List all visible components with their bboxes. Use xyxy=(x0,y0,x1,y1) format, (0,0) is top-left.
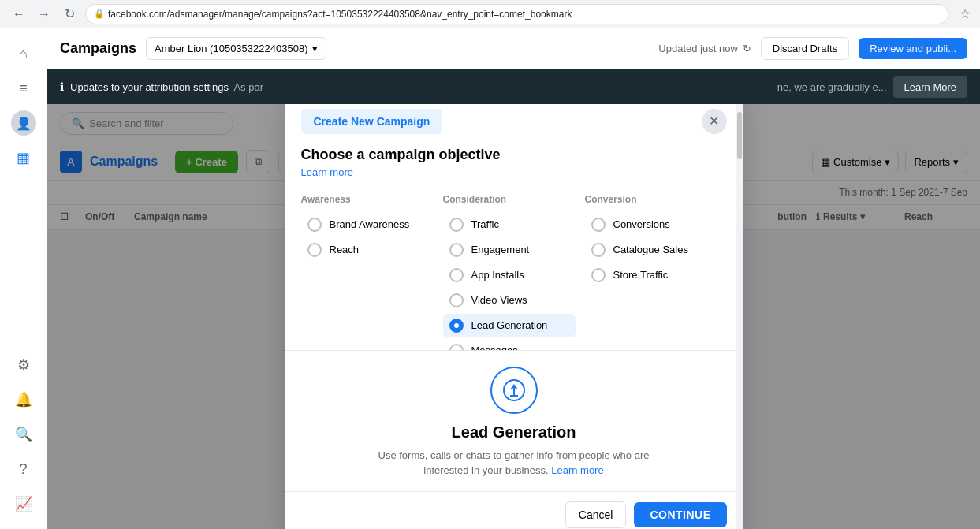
option-app-installs[interactable]: App Installs xyxy=(443,263,576,287)
label-reach: Reach xyxy=(330,244,360,255)
modal-footer: Cancel CONTINUE xyxy=(285,491,743,530)
option-video-views[interactable]: Video Views xyxy=(443,289,576,312)
account-name: Amber Lion (1050353222403508) xyxy=(155,43,307,54)
label-engagement: Engagement xyxy=(471,244,530,255)
conversion-title: Conversion xyxy=(585,194,717,205)
detail-title: Lead Generation xyxy=(301,423,727,441)
option-conversions[interactable]: Conversions xyxy=(585,213,717,237)
option-messages[interactable]: Messages xyxy=(443,339,576,350)
url-text: facebook.com/adsmanager/manage/campaigns… xyxy=(108,9,572,20)
radio-conversions[interactable] xyxy=(591,218,606,232)
discard-drafts-button[interactable]: Discard Drafts xyxy=(761,37,849,60)
option-reach[interactable]: Reach xyxy=(301,238,434,262)
option-store-traffic[interactable]: Store Traffic xyxy=(585,263,717,287)
consideration-title: Consideration xyxy=(443,194,576,205)
label-video-views: Video Views xyxy=(471,294,527,306)
bookmark-icon[interactable]: ☆ xyxy=(960,6,971,21)
radio-video-views[interactable] xyxy=(449,293,464,307)
radio-traffic[interactable] xyxy=(449,218,464,232)
label-conversions: Conversions xyxy=(613,218,670,230)
address-bar[interactable]: 🔒 facebook.com/adsmanager/manage/campaig… xyxy=(85,4,948,24)
awareness-column: Awareness Brand Awareness Reach xyxy=(301,194,443,350)
modal-title-button[interactable]: Create New Campaign xyxy=(301,109,443,134)
detail-learn-more-link[interactable]: Learn more xyxy=(551,464,603,476)
notification-text: Updates to your attribution settings As … xyxy=(70,81,771,93)
option-brand-awareness[interactable]: Brand Awareness xyxy=(301,213,434,237)
lead-gen-icon xyxy=(490,367,538,414)
notification-continuation: ne, we are gradually e... xyxy=(777,81,887,93)
campaign-objective-modal: Create New Campaign ✕ Choose a campaign … xyxy=(285,104,743,529)
radio-catalogue-sales[interactable] xyxy=(591,243,606,257)
label-app-installs: App Installs xyxy=(471,269,524,281)
info-icon: ℹ xyxy=(60,80,64,93)
awareness-title: Awareness xyxy=(301,194,434,205)
sidebar-home-icon[interactable]: ⌂ xyxy=(8,38,39,69)
radio-engagement[interactable] xyxy=(449,243,464,257)
option-catalogue-sales[interactable]: Catalogue Sales xyxy=(585,238,717,262)
notification-bar: ℹ Updates to your attribution settings A… xyxy=(47,69,980,104)
label-store-traffic: Store Traffic xyxy=(613,269,669,281)
sidebar-bell-icon[interactable]: 🔔 xyxy=(8,384,39,415)
label-brand-awareness: Brand Awareness xyxy=(330,218,410,230)
account-selector[interactable]: Amber Lion (1050353222403508) ▾ xyxy=(146,37,326,60)
close-icon: ✕ xyxy=(709,114,719,129)
cancel-button[interactable]: Cancel xyxy=(565,501,627,528)
refresh-icon[interactable]: ↻ xyxy=(743,43,751,54)
label-lead-generation: Lead Generation xyxy=(471,319,548,331)
selected-detail: Lead Generation Use forms, calls or chat… xyxy=(285,350,743,491)
sidebar-chart-icon[interactable]: 📈 xyxy=(8,488,39,520)
top-bar: Campaigns Amber Lion (1050353222403508) … xyxy=(47,28,980,69)
objectives-grid: Awareness Brand Awareness Reach xyxy=(301,194,727,350)
app-layout: ⌂ ≡ 👤 ▦ ⚙ 🔔 🔍 ? 📈 Campaigns Amber Lion (… xyxy=(0,28,980,529)
detail-description: Use forms, calls or chats to gather info… xyxy=(301,448,727,479)
sidebar-search-icon[interactable]: 🔍 xyxy=(8,419,39,450)
sidebar-bottom: ⚙ 🔔 🔍 ? 📈 xyxy=(8,349,39,520)
sidebar-help-icon[interactable]: ? xyxy=(8,453,39,485)
radio-app-installs[interactable] xyxy=(449,268,464,282)
radio-lead-generation[interactable] xyxy=(449,319,464,333)
option-engagement[interactable]: Engagement xyxy=(443,238,576,262)
modal-header: Create New Campaign ✕ xyxy=(285,104,743,134)
label-traffic: Traffic xyxy=(471,218,499,230)
modal-scrollbar xyxy=(736,104,743,529)
chevron-down-icon: ▾ xyxy=(312,43,318,54)
label-catalogue-sales: Catalogue Sales xyxy=(613,244,688,255)
sidebar-ads-icon[interactable]: ▦ xyxy=(8,142,39,173)
radio-store-traffic[interactable] xyxy=(591,268,606,282)
content-area: 🔍 Search and filter A Campaigns + Create… xyxy=(47,104,980,529)
radio-messages[interactable] xyxy=(449,344,464,350)
lock-icon: 🔒 xyxy=(94,9,105,19)
modal-scroll-area: Awareness Brand Awareness Reach xyxy=(285,188,743,350)
consideration-column: Consideration Traffic Engagement xyxy=(443,194,585,350)
modal-close-button[interactable]: ✕ xyxy=(702,109,727,134)
main-content: Campaigns Amber Lion (1050353222403508) … xyxy=(47,28,980,529)
modal-subtitle: Choose a campaign objective xyxy=(285,134,743,166)
forward-button[interactable]: → xyxy=(35,5,54,24)
radio-brand-awareness[interactable] xyxy=(307,218,322,232)
sidebar-menu-icon[interactable]: ≡ xyxy=(8,73,39,104)
updated-text: Updated just now ↻ xyxy=(658,43,751,54)
option-traffic[interactable]: Traffic xyxy=(443,213,576,237)
updated-label: Updated just now xyxy=(658,43,737,54)
learn-more-button[interactable]: Learn More xyxy=(893,76,967,98)
conversion-column: Conversion Conversions Catalogue Sales xyxy=(585,194,727,350)
avatar[interactable]: 👤 xyxy=(11,110,36,136)
sidebar: ⌂ ≡ 👤 ▦ ⚙ 🔔 🔍 ? 📈 xyxy=(0,28,47,529)
modal-overlay[interactable]: Create New Campaign ✕ Choose a campaign … xyxy=(47,104,980,529)
reload-button[interactable]: ↻ xyxy=(60,5,79,24)
option-lead-generation[interactable]: Lead Generation xyxy=(443,314,576,337)
continue-button[interactable]: CONTINUE xyxy=(634,502,726,527)
url-path: adsmanager/manage/campaigns?act=10503532… xyxy=(170,9,572,20)
browser-bar: ← → ↻ 🔒 facebook.com/adsmanager/manage/c… xyxy=(0,0,980,28)
back-button[interactable]: ← xyxy=(9,5,28,24)
url-domain: facebook.com/ xyxy=(108,9,170,20)
scrollbar-thumb xyxy=(737,112,742,159)
sidebar-settings-icon[interactable]: ⚙ xyxy=(8,349,39,381)
page-title: Campaigns xyxy=(60,40,136,57)
review-button[interactable]: Review and publi... xyxy=(859,38,967,59)
notification-subtext: As par xyxy=(232,81,263,93)
radio-reach[interactable] xyxy=(307,243,322,257)
modal-learn-more-link[interactable]: Learn more xyxy=(285,166,743,188)
